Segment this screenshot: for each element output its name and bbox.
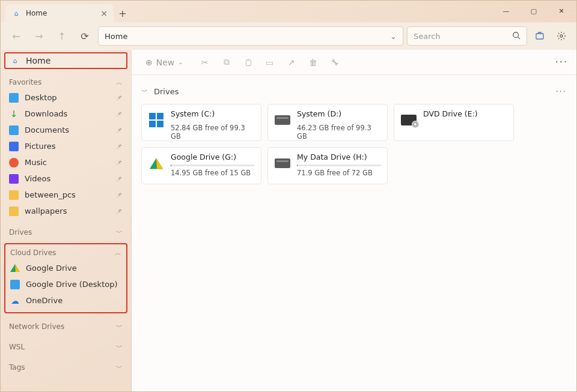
up-button[interactable]: ↑ (52, 26, 72, 46)
network-label: Network Drives (9, 322, 64, 331)
plus-icon: ⊕ (145, 58, 153, 67)
search-placeholder: Search (414, 32, 441, 41)
sidebar-item-label: Google Drive (Desktop) (26, 280, 118, 289)
drive-icon (148, 112, 165, 128)
svg-point-3 (560, 35, 563, 37)
pin-icon[interactable]: 📌︎ (115, 175, 123, 183)
chevron-down-icon: ⌄ (178, 59, 183, 65)
drive-card[interactable]: Google Drive (G:)14.95 GB free of 15 GB (141, 147, 261, 184)
new-button[interactable]: ⊕ New ⌄ (140, 55, 189, 70)
new-label: New (156, 58, 175, 67)
chevron-down-icon: ﹀ (116, 228, 123, 237)
pin-icon[interactable]: 📌︎ (115, 207, 123, 216)
sidebar-section-cloud[interactable]: Cloud Drives ︿ (5, 246, 126, 260)
tab-close-button[interactable]: × (100, 8, 108, 18)
svg-point-0 (513, 32, 519, 37)
back-button[interactable]: ← (7, 26, 26, 46)
nav-row: ← → ↑ ⟳ Home ⌄ Search (1, 22, 576, 50)
home-icon: ⌂ (11, 8, 21, 18)
svg-rect-2 (536, 34, 543, 39)
sidebar-item[interactable]: ↓Downloads📌︎ (1, 106, 131, 122)
toolbar: ⊕ New ⌄ ✂ ⧉ 📋︎ ▭ ↗ 🗑︎ 🔧︎ ··· (132, 50, 576, 75)
drive-icon (274, 155, 291, 172)
drive-free-text: 14.95 GB free of 15 GB (171, 169, 255, 177)
drive-usage-bar (171, 164, 255, 166)
extension-icon[interactable] (531, 27, 549, 45)
forward-button[interactable]: → (29, 26, 49, 46)
sidebar-item[interactable]: Documents📌︎ (1, 122, 131, 138)
cloud-label: Cloud Drives (10, 249, 56, 257)
sidebar-item[interactable]: Pictures📌︎ (1, 138, 131, 154)
main-pane: ⊕ New ⌄ ✂ ⧉ 📋︎ ▭ ↗ 🗑︎ 🔧︎ ··· ﹀ Drives ··… (132, 50, 576, 392)
tags-label: Tags (9, 363, 25, 372)
pin-icon[interactable]: 📌︎ (115, 158, 123, 167)
sidebar-section-wsl[interactable]: WSL ﹀ (1, 340, 131, 354)
pin-icon[interactable]: 📌︎ (115, 110, 123, 118)
drive-card[interactable]: My Data Drive (H:)71.9 GB free of 72 GB (267, 147, 388, 184)
sidebar-section-tags[interactable]: Tags ﹀ (1, 360, 131, 375)
address-text: Home (105, 32, 127, 41)
close-window-button[interactable]: ✕ (548, 2, 575, 20)
sidebar-section-favorites[interactable]: Favorites ︿ (1, 75, 131, 89)
favorites-label: Favorites (9, 78, 41, 86)
search-icon (512, 31, 521, 41)
rename-icon[interactable]: ▭ (264, 58, 275, 67)
refresh-button[interactable]: ⟳ (75, 26, 94, 46)
sidebar-item[interactable]: Desktop📌︎ (1, 89, 131, 106)
chevron-down-icon[interactable]: ⌄ (390, 32, 397, 41)
sidebar-cloud-box: Cloud Drives ︿ Google DriveGoogle Drive … (4, 243, 127, 313)
tab-home[interactable]: ⌂ Home × (5, 4, 114, 22)
sidebar-item[interactable]: wallpapers📌︎ (1, 203, 131, 219)
chevron-down-icon: ﹀ (116, 363, 123, 372)
section-drives-header[interactable]: ﹀ Drives ··· (141, 82, 567, 100)
new-tab-button[interactable]: + (114, 4, 132, 22)
properties-icon[interactable]: 🔧︎ (329, 58, 340, 67)
drive-card[interactable]: System (D:)46.23 GB free of 99.3 GB (267, 104, 388, 141)
paste-icon[interactable]: 📋︎ (243, 58, 254, 67)
sidebar-item[interactable]: Videos📌︎ (1, 170, 131, 187)
pin-icon[interactable]: 📌︎ (115, 126, 123, 134)
sidebar-item-label: Downloads (25, 109, 67, 118)
pin-icon[interactable]: 📌︎ (115, 94, 123, 102)
sidebar-item-label: between_pcs (25, 190, 76, 199)
sidebar-item[interactable]: between_pcs📌︎ (1, 187, 131, 203)
share-icon[interactable]: ↗ (286, 58, 297, 67)
minimize-button[interactable]: — (492, 2, 520, 20)
pin-icon[interactable]: 📌︎ (115, 191, 123, 199)
copy-icon[interactable]: ⧉ (221, 57, 232, 67)
maximize-button[interactable]: ▢ (520, 2, 548, 20)
drive-title: DVD Drive (E:) (423, 109, 507, 118)
address-bar[interactable]: Home ⌄ (98, 26, 403, 46)
sidebar-item-label: Videos (25, 174, 50, 183)
drive-title: System (C:) (171, 109, 255, 118)
sidebar-item[interactable]: Google Drive (Desktop) (5, 276, 126, 292)
search-input[interactable]: Search (407, 26, 527, 46)
sidebar-item[interactable]: Music📌︎ (1, 154, 131, 170)
drive-title: Google Drive (G:) (171, 152, 255, 161)
sidebar-item[interactable]: ☁OneDrive (5, 292, 126, 309)
sidebar-item[interactable]: Google Drive (5, 260, 126, 276)
sidebar-section-network[interactable]: Network Drives ﹀ (1, 319, 131, 334)
drive-title: System (D:) (297, 109, 381, 118)
chevron-up-icon: ︿ (115, 249, 121, 258)
window-controls: — ▢ ✕ (492, 2, 575, 20)
tab-title: Home (26, 9, 47, 17)
toolbar-more[interactable]: ··· (555, 56, 568, 68)
sidebar-item-label: Google Drive (26, 264, 77, 273)
pin-icon[interactable]: 📌︎ (115, 142, 123, 151)
delete-icon[interactable]: 🗑︎ (308, 58, 319, 67)
sidebar-home[interactable]: ⌂ Home (4, 52, 127, 69)
settings-icon[interactable] (552, 27, 570, 45)
sidebar: ⌂ Home Favorites ︿ Desktop📌︎↓Downloads📌︎… (1, 50, 132, 392)
chevron-up-icon: ︿ (116, 78, 123, 87)
sidebar-item-label: Documents (25, 125, 69, 134)
chevron-down-icon: ﹀ (141, 87, 148, 96)
drive-free-text: 46.23 GB free of 99.3 GB (297, 124, 381, 140)
sidebar-section-drives[interactable]: Drives ﹀ (1, 225, 131, 240)
drive-grid: System (C:)52.84 GB free of 99.3 GBSyste… (141, 104, 567, 184)
drive-card[interactable]: System (C:)52.84 GB free of 99.3 GB (141, 104, 261, 141)
drive-free-text: 71.9 GB free of 72 GB (297, 169, 381, 177)
section-more[interactable]: ··· (556, 87, 567, 96)
drive-card[interactable]: DVD Drive (E:) (394, 104, 514, 141)
cut-icon[interactable]: ✂ (200, 58, 210, 67)
